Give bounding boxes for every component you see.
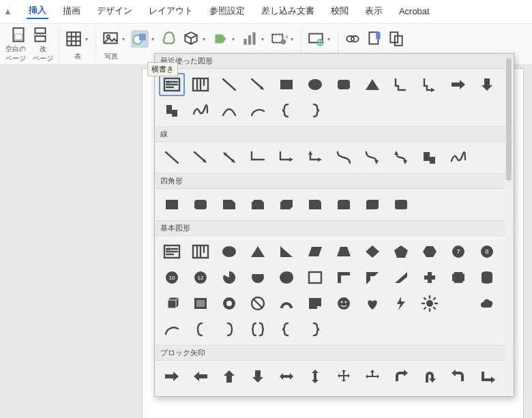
shape-arc[interactable] [245, 99, 271, 122]
shape-l-arrow-shape[interactable] [417, 73, 443, 96]
chevron-down-icon[interactable]: ▾ [151, 36, 154, 42]
shape-brace-pair[interactable] [245, 318, 271, 341]
shape-elbow-arrow[interactable] [274, 146, 299, 169]
shape-arc-line[interactable] [159, 318, 185, 341]
chevron-down-icon[interactable]: ▾ [327, 36, 330, 42]
tab-acrobat[interactable]: Acrobat [397, 5, 432, 18]
shape-arrow-right[interactable] [445, 73, 471, 96]
shape-cross[interactable] [417, 266, 443, 289]
shape-line[interactable] [159, 146, 185, 169]
shape-arrow-right[interactable] [159, 365, 185, 388]
shape-elbow-double[interactable] [302, 146, 328, 169]
shape-donut[interactable] [216, 292, 242, 315]
shape-line[interactable] [216, 73, 242, 96]
shape-oval[interactable] [302, 73, 328, 96]
scrollbar-thumb[interactable] [506, 58, 512, 181]
shape-dodecagon[interactable]: 12 [188, 266, 213, 289]
shape-trapezoid[interactable] [331, 240, 357, 263]
shape-pentagon[interactable] [388, 240, 414, 263]
shape-block-arc[interactable] [274, 292, 299, 315]
shape-curve-double[interactable] [388, 146, 414, 169]
shape-arrow-down[interactable] [245, 365, 271, 388]
shape-curve-conn[interactable] [331, 146, 357, 169]
shape-heptagon[interactable]: 7 [445, 240, 471, 263]
shape-sun[interactable] [417, 292, 443, 315]
shape-line-double-arrow[interactable] [216, 146, 242, 169]
shape-diag-stripe[interactable] [388, 266, 414, 289]
chevron-down-icon[interactable]: ▾ [232, 36, 235, 42]
shape-arrow-bend-l[interactable] [445, 365, 471, 388]
shape-smiley[interactable] [331, 292, 357, 315]
shapes-button[interactable] [131, 30, 149, 48]
shape-folded-corner[interactable] [302, 292, 328, 315]
shape-rect[interactable] [274, 73, 299, 96]
pictures-button[interactable] [102, 30, 119, 48]
shape-text-box-h[interactable]: A [159, 240, 185, 263]
shape-round-rect[interactable] [331, 73, 357, 96]
shape-brace-left[interactable] [274, 318, 299, 341]
shape-cube[interactable] [159, 292, 185, 315]
shape-heart[interactable] [359, 292, 385, 315]
shape-diamond[interactable] [359, 240, 385, 263]
shape-half-frame[interactable] [331, 266, 357, 289]
tab-insert[interactable]: 挿入 [27, 3, 48, 19]
tab-review[interactable]: 校閲 [329, 3, 351, 18]
shape-brace-right[interactable] [302, 99, 328, 122]
shape-text-box-v[interactable] [188, 240, 213, 263]
tab-references[interactable]: 参照設定 [207, 3, 247, 18]
screenshot-button[interactable]: + [270, 30, 288, 48]
shape-round-rect[interactable] [188, 193, 213, 216]
cross-ref-button[interactable] [387, 30, 405, 48]
tab-design[interactable]: デザイン [95, 3, 134, 18]
shape-brace-right[interactable] [302, 318, 328, 341]
shape-arrow-quad[interactable] [331, 365, 357, 388]
shape-frame[interactable] [302, 266, 328, 289]
shape-round1[interactable] [302, 193, 328, 216]
tab-layout[interactable]: レイアウト [147, 3, 195, 18]
shape-text-box-h[interactable]: A [159, 73, 185, 96]
shape-l-shape-2[interactable] [159, 99, 185, 122]
shape-parallelogram[interactable] [302, 240, 328, 263]
shape-elbow[interactable] [245, 146, 271, 169]
online-video-button[interactable] [307, 30, 325, 48]
shape-line-arrow[interactable] [188, 146, 213, 169]
shape-pie[interactable] [216, 266, 242, 289]
shape-arrow-lr[interactable] [274, 365, 299, 388]
tab-view[interactable]: 表示 [363, 3, 385, 18]
shape-round-all[interactable] [388, 193, 414, 216]
shape-triangle[interactable] [359, 73, 385, 96]
shape-moon[interactable] [445, 292, 471, 315]
shape-chord[interactable] [245, 266, 271, 289]
chevron-down-icon[interactable]: ▾ [85, 36, 88, 42]
shape-decagon[interactable]: 10 [159, 266, 185, 289]
shape-cloud[interactable] [474, 292, 500, 315]
page-break-button[interactable] [31, 27, 49, 44]
shape-arrow-bend-r[interactable] [388, 365, 414, 388]
shape-arrow-left[interactable] [188, 365, 213, 388]
shape-snip-diag[interactable] [274, 193, 299, 216]
shape-arrow-up[interactable] [216, 365, 242, 388]
shape-plaque[interactable] [445, 266, 471, 289]
shape-bracket-r[interactable] [216, 318, 242, 341]
tab-mailings[interactable]: 差し込み文書 [259, 3, 316, 18]
blank-page-button[interactable] [10, 27, 27, 44]
chart-button[interactable] [241, 30, 258, 48]
table-button[interactable] [65, 30, 83, 48]
shape-octagon[interactable]: 8 [474, 240, 500, 263]
link-button[interactable] [344, 30, 361, 48]
shape-can[interactable] [474, 266, 500, 289]
shape-round2[interactable] [331, 193, 357, 216]
shape-snip2[interactable] [245, 193, 271, 216]
scrollbar[interactable] [505, 57, 512, 393]
shape-curve[interactable] [216, 99, 242, 122]
icons-button[interactable] [160, 30, 178, 48]
smartart-button[interactable] [211, 30, 229, 48]
chevron-down-icon[interactable]: ▾ [203, 36, 205, 42]
shape-arrow-tri[interactable] [359, 365, 385, 388]
shape-brace-left[interactable] [274, 99, 299, 122]
chevron-down-icon[interactable]: ▾ [291, 36, 293, 42]
shape-freeform[interactable] [417, 146, 443, 169]
shape-no-symbol[interactable] [245, 292, 271, 315]
shape-right-triangle[interactable] [274, 240, 299, 263]
shape-arrow-down[interactable] [474, 73, 500, 96]
